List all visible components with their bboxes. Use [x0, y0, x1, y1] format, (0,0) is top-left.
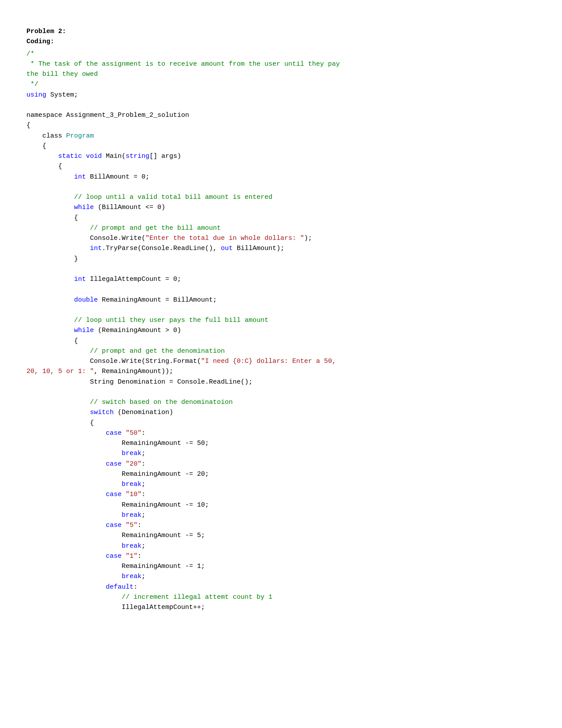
- code-token: using: [26, 91, 46, 99]
- code-line: {: [26, 161, 536, 172]
- code-token: /*: [26, 50, 34, 58]
- code-line: int IllegalAttempCount = 0;: [26, 274, 536, 284]
- code-token: case: [106, 553, 122, 560]
- code-line: int BillAmount = 0;: [26, 172, 536, 182]
- code-token: case: [106, 491, 122, 498]
- code-token: RemainingAmount -= 50;: [26, 440, 209, 447]
- code-line: // increment illegal attemt count by 1: [26, 592, 536, 602]
- code-token: static: [58, 153, 82, 160]
- code-line: // loop until they user pays the full bi…: [26, 315, 536, 325]
- code-token: [26, 204, 74, 211]
- code-line: [26, 305, 536, 315]
- code-token: RemainingAmount -= 20;: [26, 470, 209, 478]
- code-line: IllegalAttempCount++;: [26, 602, 536, 612]
- code-line: // prompt and get the bill amount: [26, 223, 536, 233]
- code-token: :: [141, 491, 145, 498]
- code-line: // loop until a valid total bill amount …: [26, 192, 536, 202]
- code-token: [26, 491, 106, 498]
- code-line: break;: [26, 448, 536, 459]
- code-line: // prompt and get the denomination: [26, 346, 536, 356]
- code-token: [26, 511, 122, 519]
- code-token: break: [122, 542, 141, 550]
- code-token: // increment illegal attemt count by 1: [122, 594, 272, 601]
- code-token: string: [126, 153, 149, 160]
- code-token: {: [26, 142, 46, 150]
- code-token: while: [74, 327, 94, 334]
- code-token: RemainingAmount -= 10;: [26, 501, 209, 509]
- code-token: .TryParse(Console.ReadLine(),: [102, 245, 221, 252]
- code-line: [26, 182, 536, 192]
- code-line: {: [26, 336, 536, 346]
- code-token: * The task of the assignment is to recei…: [26, 60, 340, 68]
- code-token: [26, 481, 122, 488]
- code-line: RemainingAmount -= 20;: [26, 469, 536, 479]
- code-token: [26, 276, 74, 283]
- code-token: [26, 542, 122, 550]
- code-token: [26, 450, 122, 457]
- code-token: "5": [126, 522, 138, 529]
- code-token: [26, 347, 90, 355]
- code-token: RemainingAmount -= 5;: [26, 532, 205, 539]
- code-token: [26, 429, 106, 437]
- code-token: switch: [90, 409, 114, 416]
- code-token: [26, 522, 106, 529]
- code-token: [26, 594, 122, 601]
- code-token: [26, 245, 90, 252]
- code-token: {: [26, 214, 78, 222]
- code-token: */: [26, 81, 38, 88]
- code-token: [26, 296, 74, 304]
- code-line: RemainingAmount -= 1;: [26, 561, 536, 571]
- code-token: );: [304, 235, 312, 242]
- code-line: [26, 100, 536, 110]
- code-line: /*: [26, 49, 536, 59]
- code-token: ;: [141, 481, 145, 488]
- code-token: (RemainingAmount > 0): [94, 327, 181, 334]
- code-token: [26, 224, 90, 232]
- code-token: Assignment_3_Problem_2_solution: [62, 112, 189, 119]
- code-token: [122, 429, 126, 437]
- code-token: Console.Write(String.Format(: [26, 358, 201, 365]
- code-token: Program: [66, 132, 94, 140]
- code-token: (BillAmount <= 0): [94, 204, 165, 211]
- code-token: ;: [141, 450, 145, 457]
- code-token: [26, 553, 106, 560]
- code-line: break;: [26, 479, 536, 489]
- code-token: the bill they owed: [26, 71, 98, 78]
- code-line: [26, 387, 536, 397]
- heading2: Coding:: [26, 37, 536, 47]
- code-token: "Enter the total due in whole dollars: ": [145, 235, 304, 242]
- code-token: [26, 573, 122, 580]
- code-token: out: [221, 245, 233, 252]
- code-line: }: [26, 254, 536, 264]
- code-token: }: [26, 255, 78, 263]
- code-token: [122, 522, 126, 529]
- code-token: :: [138, 522, 141, 529]
- code-token: break: [122, 573, 141, 580]
- code-token: void: [86, 153, 102, 160]
- code-token: [26, 317, 74, 324]
- code-token: case: [106, 522, 122, 529]
- code-token: BillAmount);: [233, 245, 284, 252]
- code-token: // loop until a valid total bill amount …: [74, 194, 272, 201]
- code-token: {: [26, 337, 78, 345]
- code-token: break: [122, 450, 141, 457]
- code-token: int: [74, 276, 86, 283]
- code-token: ;: [141, 542, 145, 550]
- code-token: "50": [126, 429, 141, 437]
- code-token: (Denomination): [114, 409, 173, 416]
- code-token: double: [74, 296, 98, 304]
- code-token: {: [26, 163, 62, 170]
- code-token: IllegalAttempCount++;: [26, 604, 205, 611]
- code-token: int: [90, 245, 102, 252]
- code-line: {: [26, 120, 536, 131]
- code-line: while (RemainingAmount > 0): [26, 325, 536, 336]
- code-token: // prompt and get the bill amount: [90, 224, 221, 232]
- code-token: :: [138, 553, 141, 560]
- code-token: :: [141, 460, 145, 468]
- code-token: "I need {0:C} dollars: Enter a 50,: [201, 358, 336, 365]
- code-token: namespace: [26, 112, 62, 119]
- code-token: while: [74, 204, 94, 211]
- code-block: /* * The task of the assignment is to re…: [26, 49, 536, 613]
- code-line: {: [26, 213, 536, 223]
- code-line: Console.Write("Enter the total due in wh…: [26, 233, 536, 243]
